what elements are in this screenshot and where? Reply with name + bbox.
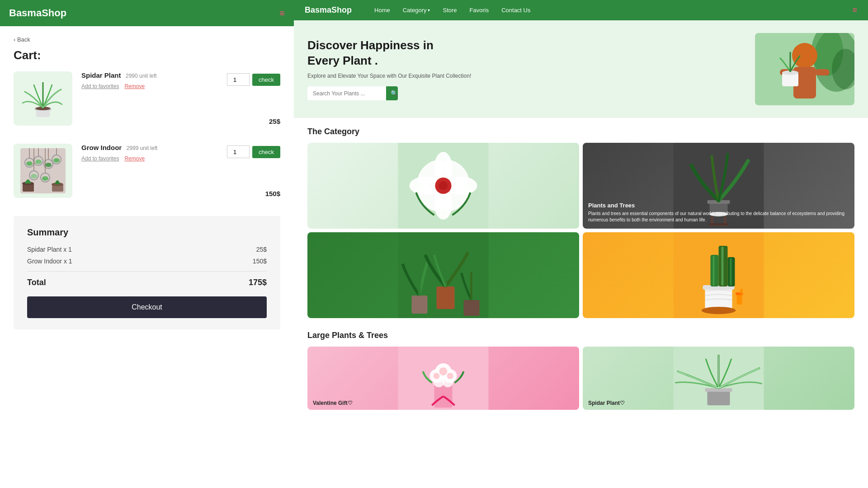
- indoor-plant-details: Grow Indoor 2999 unit left Add to favori…: [72, 144, 227, 162]
- svg-point-9: [35, 160, 42, 164]
- left-header: BasmaShop ≡: [0, 0, 294, 26]
- right-menu-icon[interactable]: ≡: [852, 5, 857, 15]
- large-plant-valentine[interactable]: Valentine Gift♡: [307, 347, 579, 410]
- nav-favoris[interactable]: Favoris: [470, 7, 489, 14]
- large-plants-grid: Valentine Gift♡: [294, 347, 868, 410]
- category-section: The Category: [294, 118, 868, 318]
- flower-svg: [307, 143, 579, 229]
- summary-divider: [27, 271, 267, 272]
- spider-item-right: check 25$: [227, 71, 280, 125]
- total-label: Total: [27, 278, 46, 287]
- spider-plant-details: Spidar Plant 2990 unit left Add to favor…: [72, 71, 227, 89]
- summary-indoor-value: 150$: [253, 258, 267, 265]
- nav-contact[interactable]: Contact Us: [501, 7, 530, 14]
- svg-rect-71: [741, 289, 743, 294]
- svg-point-6: [26, 161, 33, 166]
- category-card-flower[interactable]: [307, 143, 579, 229]
- shop-panel: BasmaShop Home Category Store Favoris Co…: [294, 0, 868, 488]
- category-section-title: The Category: [294, 118, 868, 143]
- summary-spider-value: 25$: [256, 246, 267, 253]
- shop-content: Discover Happiness in Every Plant . Expl…: [294, 20, 868, 488]
- cart-item-spider: Spidar Plant 2990 unit left Add to favor…: [14, 71, 280, 135]
- spider-plant-stock: 2990 unit left: [126, 73, 157, 79]
- spider-remove[interactable]: Remove: [124, 83, 145, 89]
- search-input[interactable]: [307, 87, 386, 100]
- checkout-button[interactable]: Checkout: [27, 296, 267, 318]
- svg-point-80: [439, 367, 448, 375]
- svg-rect-66: [722, 247, 724, 286]
- back-link[interactable]: Back: [14, 36, 30, 43]
- menu-icon[interactable]: ≡: [279, 8, 285, 19]
- yellow-plant-svg: [583, 232, 854, 318]
- svg-point-18: [31, 174, 37, 178]
- svg-point-12: [45, 163, 52, 167]
- svg-point-47: [439, 181, 448, 190]
- category-card-indoor[interactable]: [307, 232, 579, 318]
- spider-plant-actions: Add to favorites Remove: [81, 83, 227, 89]
- indoor-svg: [307, 232, 579, 318]
- cart-panel: BasmaShop ≡ Back Cart:: [0, 0, 294, 488]
- svg-rect-57: [437, 286, 455, 309]
- hero-title: Discover Happiness in Every Plant .: [307, 38, 755, 69]
- indoor-quantity-controls: check: [227, 145, 280, 158]
- plants-trees-desc: Plants and trees are essential component…: [588, 211, 849, 223]
- plants-trees-label: Plants and Trees Plants and trees are es…: [583, 197, 854, 229]
- svg-point-79: [434, 373, 440, 379]
- indoor-add-favorites[interactable]: Add to favorites: [81, 155, 119, 162]
- indoor-plant-actions: Add to favorites Remove: [81, 155, 227, 162]
- indoor-item-right: check 150$: [227, 144, 280, 197]
- spider-plant-image: [14, 71, 72, 126]
- cart-item-indoor: Grow Indoor 2999 unit left Add to favori…: [14, 144, 280, 207]
- right-logo: BasmaShop: [305, 5, 352, 15]
- category-card-plants-trees[interactable]: Plants and Trees Plants and trees are es…: [583, 143, 854, 229]
- large-plants-title: Large Plants & Trees: [294, 322, 868, 347]
- indoor-quantity-input[interactable]: [227, 145, 250, 158]
- svg-point-30: [792, 43, 817, 68]
- valentine-label: Valentine Gift♡: [313, 400, 353, 406]
- category-grid: Plants and Trees Plants and trees are es…: [294, 143, 868, 318]
- summary-row-indoor: Grow Indoor x 1 150$: [27, 258, 267, 265]
- large-plant-spider[interactable]: Spidar Plant♡: [583, 347, 854, 410]
- svg-rect-58: [464, 300, 480, 316]
- spider-check-button[interactable]: check: [252, 74, 280, 86]
- hero-svg: [755, 33, 854, 105]
- indoor-check-button[interactable]: check: [252, 146, 280, 158]
- svg-rect-68: [730, 258, 732, 286]
- summary-title: Summary: [27, 227, 267, 238]
- spider-add-favorites[interactable]: Add to favorites: [81, 83, 119, 89]
- summary-box: Summary Spidar Plant x 1 25$ Grow Indoor…: [14, 216, 280, 329]
- search-button[interactable]: 🔍: [386, 86, 398, 100]
- summary-spider-label: Spidar Plant x 1: [27, 246, 72, 253]
- hero-subtitle: Explore and Elevate Your Space with Our …: [307, 73, 755, 79]
- hero-title-line1: Discover Happiness in: [307, 38, 434, 52]
- cart-content: Back Cart:: [0, 26, 294, 488]
- svg-point-15: [53, 158, 60, 163]
- hero-title-line2: Every Plant .: [307, 54, 378, 67]
- spider-quantity-controls: check: [227, 73, 280, 86]
- main-nav: Home Category Store Favoris Contact Us: [374, 7, 834, 14]
- summary-row-spider: Spidar Plant x 1 25$: [27, 246, 267, 253]
- large-plants-section: Large Plants & Trees: [294, 322, 868, 410]
- hero-image: [755, 33, 854, 105]
- cart-title: Cart:: [14, 48, 280, 62]
- indoor-plant-name: Grow Indoor: [81, 144, 122, 151]
- category-card-yellow[interactable]: [583, 232, 854, 318]
- search-bar: 🔍: [307, 86, 398, 100]
- svg-point-62: [702, 307, 736, 314]
- nav-home[interactable]: Home: [374, 7, 390, 14]
- spider-plant-name: Spidar Plant: [81, 71, 121, 79]
- hero-banner: Discover Happiness in Every Plant . Expl…: [294, 20, 868, 118]
- indoor-plant-image: [14, 144, 72, 198]
- nav-store[interactable]: Store: [443, 7, 457, 14]
- svg-rect-64: [713, 256, 715, 286]
- svg-point-21: [42, 176, 48, 181]
- summary-total: Total 175$: [27, 278, 267, 287]
- right-header: BasmaShop Home Category Store Favoris Co…: [294, 0, 868, 20]
- svg-rect-56: [412, 296, 428, 314]
- svg-point-81: [447, 373, 453, 379]
- spider-plant-svg: [20, 78, 66, 119]
- nav-category[interactable]: Category: [403, 7, 430, 14]
- spider-quantity-input[interactable]: [227, 73, 250, 86]
- indoor-remove[interactable]: Remove: [124, 155, 145, 162]
- indoor-plant-svg: [20, 148, 66, 193]
